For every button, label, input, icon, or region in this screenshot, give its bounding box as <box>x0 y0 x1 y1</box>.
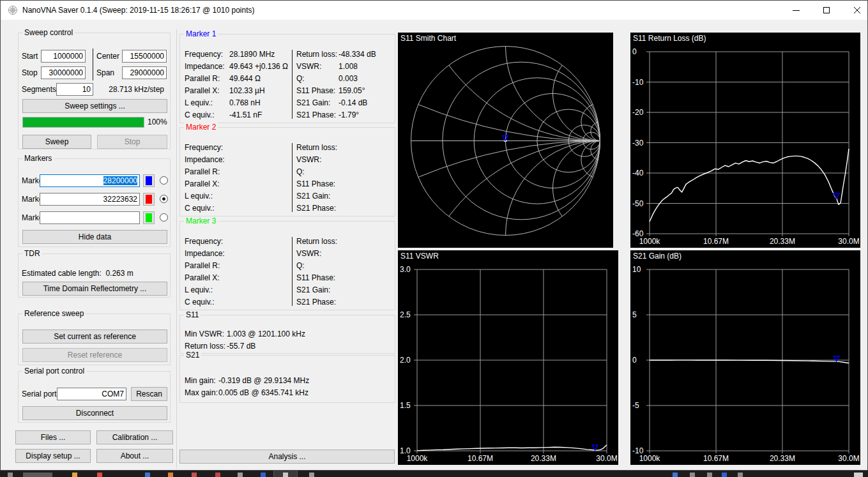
field-label: VSWR: <box>296 61 339 73</box>
sweep-settings-button[interactable]: Sweep settings ... <box>22 99 167 113</box>
display-setup-button[interactable]: Display setup ... <box>15 449 91 463</box>
svg-text:5: 5 <box>632 310 637 319</box>
field-label: C equiv.: <box>185 296 229 308</box>
field-value: -48.334 dB <box>339 49 393 61</box>
column-divider <box>292 237 293 306</box>
field-value <box>339 272 393 284</box>
marker-1-frequency-input[interactable]: 28200000 <box>40 174 140 187</box>
taskbar-icon[interactable] <box>673 473 678 477</box>
field-label: Q: <box>296 166 339 178</box>
taskbar-icon[interactable] <box>238 473 243 477</box>
marker-data-row: Impedance: <box>185 154 291 166</box>
field-value <box>229 236 291 248</box>
taskbar-icon[interactable] <box>8 473 13 477</box>
start-frequency-input[interactable] <box>41 50 86 63</box>
taskbar-icon <box>283 473 288 477</box>
set-reference-button[interactable]: Set current as reference <box>22 329 167 344</box>
svg-text:-40: -40 <box>632 169 644 178</box>
s11-return-loss-chart[interactable]: S11 Return Loss (dB) 1000k10.67M20.33M30… <box>630 33 860 248</box>
calibration-button[interactable]: Calibration ... <box>96 430 173 444</box>
taskbar-icon[interactable] <box>309 473 314 477</box>
field-label: Frequency: <box>185 142 229 154</box>
taskbar-icon[interactable] <box>738 473 743 477</box>
marker-3-radio[interactable] <box>160 213 168 222</box>
marker-1-radio[interactable] <box>160 176 168 185</box>
analysis-button[interactable]: Analysis ... <box>179 450 395 464</box>
minimize-button[interactable] <box>781 1 811 20</box>
taskbar-icon[interactable] <box>145 473 150 477</box>
marker-2-color-button[interactable] <box>143 193 155 206</box>
about-button[interactable]: About ... <box>96 449 173 463</box>
field-label: S21 Gain: <box>296 284 339 296</box>
marker-data-row: Parallel X: <box>185 178 291 190</box>
marker-data-row: C equiv.:-41.51 nF <box>185 109 291 121</box>
svg-text:2.5: 2.5 <box>400 310 411 319</box>
taskbar-icon[interactable] <box>707 473 712 477</box>
close-button[interactable] <box>842 1 868 20</box>
tdr-group: TDR Estimated cable length: 0.263 m Time… <box>18 254 171 298</box>
disconnect-button[interactable]: Disconnect <box>22 406 167 420</box>
taskbar-icon[interactable] <box>690 473 695 477</box>
chart-title: S11 VSWR <box>400 252 439 261</box>
reset-reference-button[interactable]: Reset reference <box>22 348 167 362</box>
field-label: L equiv.: <box>185 190 229 202</box>
minimize-icon <box>793 10 800 11</box>
stop-frequency-input[interactable] <box>41 66 86 79</box>
s11-vswr-chart[interactable]: S11 VSWR 1000k10.67M20.33M30.0M3.02.52.0… <box>398 250 618 465</box>
svg-text:1000k: 1000k <box>407 454 429 463</box>
reference-sweep-title: Reference sweep <box>22 309 86 318</box>
field-value <box>339 178 393 190</box>
start-label: Start <box>22 50 38 63</box>
markers-title: Markers <box>22 154 54 163</box>
taskbar-active-app[interactable] <box>273 471 298 477</box>
field-label: Return loss: <box>296 142 339 154</box>
marker-2-frequency-input[interactable] <box>40 193 140 206</box>
taskbar-icon[interactable] <box>168 473 173 477</box>
rescan-button[interactable]: Rescan <box>131 387 167 401</box>
marker-2-radio[interactable] <box>160 195 168 203</box>
marker-3-color-button[interactable] <box>143 211 155 224</box>
taskbar-icon[interactable] <box>854 473 863 477</box>
svg-text:-10: -10 <box>632 78 644 87</box>
taskbar-icon[interactable] <box>97 473 102 477</box>
s11-smith-chart[interactable]: S11 Smith Chart <box>398 33 613 248</box>
field-label: S11 Phase: <box>296 85 339 97</box>
taskbar-icon[interactable] <box>192 473 197 477</box>
marker-data-row: Impedance:49.643 +j0.136 Ω <box>185 61 291 73</box>
serial-port-input[interactable] <box>57 388 126 400</box>
taskbar-icon[interactable] <box>722 473 727 477</box>
span-label: Span <box>96 66 114 79</box>
segments-input[interactable] <box>56 83 93 96</box>
field-value <box>229 260 291 272</box>
field-label: L equiv.: <box>185 97 229 109</box>
span-frequency-input[interactable] <box>122 66 167 79</box>
hide-data-button[interactable]: Hide data <box>22 230 167 244</box>
marker-data-row: S11 Phase: <box>296 178 393 190</box>
field-label: L equiv.: <box>185 284 229 296</box>
chart-title: S21 Gain (dB) <box>633 252 681 261</box>
marker-3-frequency-input[interactable] <box>40 211 140 224</box>
marker-data-row: S21 Gain:-0.14 dB <box>296 97 393 109</box>
taskbar-icon[interactable] <box>261 473 266 477</box>
files-button[interactable]: Files ... <box>15 430 91 444</box>
time-domain-reflectometry-button[interactable]: Time Domain Reflectometry ... <box>22 282 167 296</box>
field-label: Min gain: <box>185 375 218 387</box>
field-label: VSWR: <box>296 154 339 166</box>
s21-gain-chart[interactable]: S21 Gain (dB) 1000k10.67M20.33M30.0M1050… <box>630 250 860 465</box>
taskbar-icon[interactable] <box>23 473 52 477</box>
maximize-button[interactable] <box>812 1 841 20</box>
sweep-control-title: Sweep control <box>22 28 75 37</box>
svg-text:-20: -20 <box>632 108 644 117</box>
stop-button[interactable]: Stop <box>97 135 167 149</box>
marker-1-color-button[interactable] <box>143 174 155 187</box>
svg-text:30.0M: 30.0M <box>838 454 859 463</box>
taskbar-icon[interactable] <box>72 473 77 477</box>
cable-length-value: 0.263 m <box>105 269 133 278</box>
field-value <box>339 142 393 154</box>
taskbar <box>0 471 868 477</box>
marker-data-row: Impedance: <box>185 248 291 260</box>
sweep-button[interactable]: Sweep <box>22 135 91 149</box>
taskbar-icon[interactable] <box>215 473 220 477</box>
field-value: -0.14 dB <box>339 97 393 109</box>
center-frequency-input[interactable] <box>122 50 167 63</box>
